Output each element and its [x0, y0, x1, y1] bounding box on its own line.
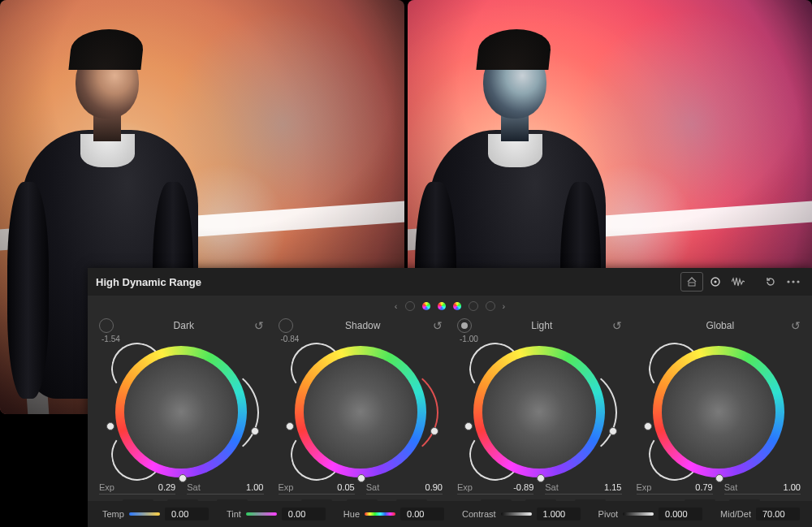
wheel-reset-icon[interactable]: ↺: [791, 319, 801, 332]
sat-knob[interactable]: [609, 427, 617, 435]
contrast-label: Contrast: [462, 509, 496, 519]
color-wheel[interactable]: [646, 346, 792, 477]
wheel-name: Dark: [114, 320, 254, 331]
svg-point-3: [787, 280, 789, 283]
wheel-name: Global: [650, 320, 792, 331]
tint-slider[interactable]: [246, 512, 277, 516]
zone-dot-2[interactable]: [422, 302, 430, 310]
zone-dot-1[interactable]: [405, 301, 415, 311]
hue-label: Hue: [343, 509, 360, 519]
wheel-name: Shadow: [293, 320, 434, 331]
wheel-dark: Dark ↺ -1.54 Exp0.29 Sat1.00 X0.00 Y0.00…: [99, 317, 264, 510]
global-adjust-bar: Temp0.00 Tint0.00 Hue0.00 Contrast1.000 …: [88, 501, 812, 527]
expand-icon[interactable]: [680, 272, 703, 292]
zone-value: -1.54: [97, 335, 266, 344]
exp-value[interactable]: 0.05: [327, 482, 355, 492]
wheel-reset-icon[interactable]: ↺: [433, 319, 443, 332]
sat-label: Sat: [366, 482, 415, 492]
wheel-light: Light ↺ -1.00 Exp-0.89 Sat1.15 X0.00 Y0.…: [457, 317, 622, 510]
exp-value[interactable]: -0.89: [506, 482, 533, 492]
pivot-slider[interactable]: [623, 512, 654, 516]
sat-knob[interactable]: [251, 427, 259, 435]
zone-value: -1.00: [455, 335, 624, 344]
exp-label: Exp: [99, 482, 148, 492]
zone-value: -0.84: [276, 335, 446, 344]
temp-value[interactable]: 0.00: [165, 508, 209, 521]
wheel-reset-icon[interactable]: ↺: [254, 319, 264, 332]
temp-slider[interactable]: [129, 512, 160, 516]
zone-value: [634, 335, 804, 344]
target-icon[interactable]: [705, 273, 726, 291]
zone-prev-icon[interactable]: ‹: [395, 301, 398, 311]
panel-title: High Dynamic Range: [96, 276, 201, 288]
color-wheel[interactable]: [466, 346, 612, 477]
zone-picker-icon[interactable]: [99, 318, 114, 333]
sat-value[interactable]: 1.00: [236, 482, 264, 492]
sat-value[interactable]: 1.15: [594, 482, 622, 492]
sat-label: Sat: [187, 482, 235, 492]
hue-slider[interactable]: [365, 512, 395, 516]
hdr-panel: High Dynamic Range ‹ › Dark ↺ -1.54: [88, 268, 812, 527]
gain-knob[interactable]: [357, 474, 365, 482]
tint-value[interactable]: 0.00: [282, 508, 326, 521]
wheel-global: Global ↺ Exp0.79 Sat1.00 X0.00 Y0.00: [637, 317, 801, 510]
zone-nav: ‹ ›: [88, 296, 812, 317]
gain-knob[interactable]: [715, 474, 723, 482]
zone-picker-icon[interactable]: [457, 318, 472, 333]
zone-picker-icon[interactable]: [279, 318, 293, 333]
pivot-label: Pivot: [598, 509, 618, 519]
hue-value[interactable]: 0.00: [400, 508, 444, 521]
color-wheel[interactable]: [108, 346, 254, 477]
lift-knob[interactable]: [644, 422, 652, 430]
zone-dot-6[interactable]: [486, 301, 495, 311]
zone-dot-4[interactable]: [453, 302, 461, 310]
zone-dot-3[interactable]: [438, 302, 446, 310]
sat-value[interactable]: 1.00: [773, 482, 801, 492]
panel-titlebar: High Dynamic Range: [88, 268, 812, 296]
color-wheel[interactable]: [287, 346, 434, 477]
svg-point-5: [797, 280, 799, 283]
sat-label: Sat: [545, 482, 594, 492]
svg-rect-0: [689, 283, 695, 286]
exp-label: Exp: [457, 482, 506, 492]
gain-knob[interactable]: [179, 474, 187, 482]
exp-label: Exp: [637, 482, 685, 492]
exp-value[interactable]: 0.79: [685, 482, 713, 492]
contrast-slider[interactable]: [501, 512, 532, 516]
contrast-value[interactable]: 1.000: [537, 508, 581, 521]
sat-label: Sat: [724, 482, 773, 492]
middet-value[interactable]: 70.00: [756, 508, 800, 521]
exp-value[interactable]: 0.29: [148, 482, 175, 492]
lift-knob[interactable]: [286, 422, 294, 430]
wheel-reset-icon[interactable]: ↺: [612, 319, 622, 332]
zone-next-icon[interactable]: ›: [503, 301, 506, 311]
temp-label: Temp: [102, 509, 124, 519]
sat-knob[interactable]: [430, 427, 438, 435]
reset-all-icon[interactable]: [760, 273, 781, 291]
sat-value[interactable]: 0.90: [415, 482, 443, 492]
gain-knob[interactable]: [537, 474, 545, 482]
zone-dot-5[interactable]: [469, 301, 478, 311]
wheel-name: Light: [472, 320, 612, 331]
pivot-value[interactable]: 0.000: [659, 508, 702, 521]
middet-label: Mid/Det: [720, 509, 751, 519]
lift-knob[interactable]: [464, 422, 473, 430]
svg-point-2: [714, 280, 716, 283]
exp-label: Exp: [279, 482, 327, 492]
wheel-shadow: Shadow ↺ -0.84 Exp0.05 Sat0.90 X0.00 Y0.…: [279, 317, 443, 510]
svg-point-4: [792, 280, 794, 283]
waveform-icon[interactable]: [728, 273, 749, 291]
options-icon[interactable]: [783, 273, 804, 291]
tint-label: Tint: [227, 509, 241, 519]
lift-knob[interactable]: [106, 422, 114, 430]
